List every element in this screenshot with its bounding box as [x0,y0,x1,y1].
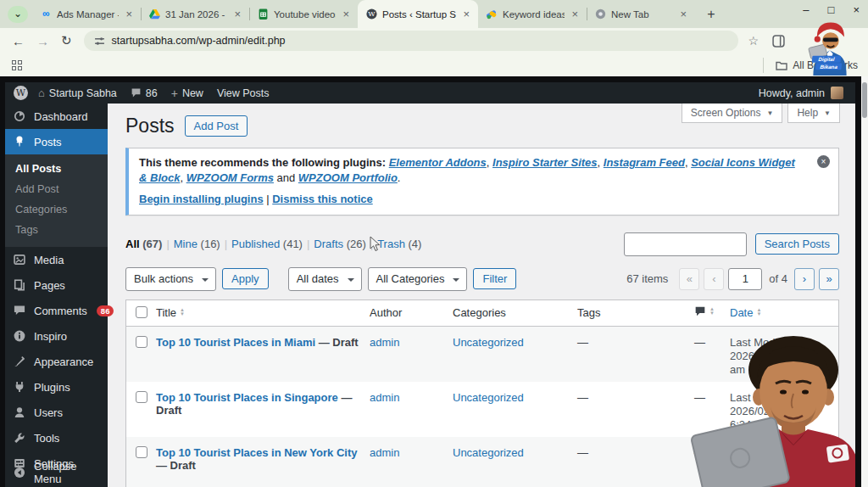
posts-table: Title▲▼ Author Categories Tags ▲▼ Date▲▼… [125,299,839,487]
row-checkbox[interactable] [136,446,147,458]
scrollbar-thumb[interactable] [862,82,867,118]
admin-bar-site-name[interactable]: ⌂ Startup Sabha [38,87,117,99]
all-categories-select[interactable]: All Categories [368,267,468,291]
post-title-link[interactable]: Top 10 Tourist Places in Singapore [156,391,338,404]
last-page-button[interactable]: » [819,268,839,290]
window-maximize-button[interactable]: □ [828,3,835,16]
total-pages-label: of 4 [769,272,787,285]
prev-page-button[interactable]: ‹ [704,268,724,290]
tab-search-button[interactable]: ⌄ [8,6,28,23]
browser-tab[interactable]: 31 Jan 2026 - Goo × [141,0,249,28]
view-filter-link[interactable]: All (67) [125,238,162,250]
howdy-text[interactable]: Howdy, admin [759,87,825,99]
window-minimize-button[interactable]: – [803,3,809,16]
notice-plugin-link[interactable]: Elementor Addons [389,156,487,169]
sort-title-header[interactable]: Title▲▼ [156,306,185,319]
site-info-icon[interactable] [94,36,105,47]
sidebar-item-appearance[interactable]: Appearance [5,349,108,374]
browser-tab[interactable]: New Tab × [587,0,695,28]
comments-count-badge: 86 [97,305,114,316]
apply-button[interactable]: Apply [222,268,269,289]
browser-tab[interactable]: Keyword ideas - M × [478,0,587,28]
tab-close-icon[interactable]: × [124,8,134,20]
add-post-button[interactable]: Add Post [185,115,248,137]
filter-button[interactable]: Filter [473,268,516,289]
sidebar-item-plugins[interactable]: Plugins [5,374,108,400]
category-link[interactable]: Uncategorized [453,446,524,459]
category-link[interactable]: Uncategorized [453,336,524,349]
sidebar-item-inspiro[interactable]: Inspiro [5,323,108,349]
back-button[interactable]: ← [12,34,25,48]
category-link[interactable]: Uncategorized [453,391,524,404]
address-bar[interactable]: startupsabha.com/wp-admin/edit.php [84,31,738,51]
search-posts-button[interactable]: Search Posts [755,233,839,255]
sidebar-item-tools[interactable]: Tools [5,425,108,451]
sidebar-item-comments[interactable]: Comments 86 [5,298,108,323]
notice-plugin-link[interactable]: Inspiro Starter Sites [492,156,598,169]
tab-favicon [149,8,160,20]
author-link[interactable]: admin [370,446,399,459]
bulk-actions-select[interactable]: Bulk actions [125,267,216,291]
browser-tab[interactable]: Youtube videos co × [249,0,358,28]
notice-plugin-link[interactable]: WPZOOM Portfolio [298,171,398,184]
help-button[interactable]: Help▼ [787,104,840,123]
all-dates-select[interactable]: All dates [288,267,362,291]
admin-bar-new[interactable]: + New [171,87,203,100]
window-close-button[interactable]: × [853,3,860,16]
menu-icon [13,431,26,445]
post-status-label: — Draft [156,459,196,472]
notice-action-dismiss[interactable]: Dismiss this notice [272,193,372,205]
sidebar-item-pages[interactable]: Pages [5,272,108,298]
sort-comments-header[interactable]: ▲▼ [694,306,715,316]
author-link[interactable]: admin [370,391,399,404]
tab-close-icon[interactable]: × [678,8,688,20]
submenu-item-add-post[interactable]: Add Post [5,179,108,199]
submenu-item-all-posts[interactable]: All Posts [5,159,108,179]
post-title-link[interactable]: Top 10 Tourist Places in Miami [156,336,315,349]
new-tab-button[interactable]: + [702,7,721,22]
view-filter-link[interactable]: Drafts (26) [314,238,365,250]
sidebar-item-posts[interactable]: Posts [5,129,108,154]
tab-close-icon[interactable]: × [232,8,242,20]
post-title-link[interactable]: Top 10 Tourist Places in New York City [156,446,357,459]
view-filter-link[interactable]: Trash (4) [377,238,421,250]
notice-plugin-link[interactable]: WPZOOM Forms [186,171,274,184]
tab-close-icon[interactable]: × [341,8,351,20]
row-checkbox[interactable] [136,391,147,403]
tab-favicon [258,8,269,20]
author-link[interactable]: admin [370,336,399,349]
sidebar-item-media[interactable]: Media [5,247,108,272]
submenu-item-categories[interactable]: Categories [5,199,108,220]
apps-grid-icon[interactable] [12,60,22,70]
view-filter-link[interactable]: Mine (16) [174,238,220,250]
browser-tab[interactable]: ∞ Ads Manager - Ma × [32,0,141,28]
view-filter-link[interactable]: Published (41) [231,238,303,250]
admin-bar-comments[interactable]: 86 [131,87,158,99]
side-panel-icon[interactable] [772,35,785,48]
notice-plugin-link[interactable]: Instagram Feed [604,156,685,169]
admin-bar-view-posts[interactable]: View Posts [217,87,270,99]
notice-action-install[interactable]: Begin installing plugins [139,193,264,205]
dismiss-notice-icon[interactable]: × [817,155,830,168]
row-checkbox[interactable] [136,336,147,348]
browser-tab[interactable]: W Posts ‹ Startup Sab × [358,0,478,28]
sort-date-header[interactable]: Date▲▼ [730,306,761,319]
first-page-button[interactable]: « [679,268,699,290]
avatar [831,87,843,99]
next-page-button[interactable]: › [794,268,815,290]
screen-options-button[interactable]: Screen Options▼ [682,104,783,123]
search-input[interactable] [624,232,747,256]
wordpress-logo-icon[interactable]: W [14,86,28,100]
reload-button[interactable]: ↻ [61,33,72,48]
bookmark-star-icon[interactable]: ☆ [748,34,760,48]
sidebar-collapse-menu[interactable]: Collapse Menu [5,454,108,487]
sidebar-item-dashboard[interactable]: Dashboard [5,104,108,129]
submenu-item-tags[interactable]: Tags [5,220,108,240]
select-all-checkbox[interactable] [136,306,147,318]
tab-close-icon[interactable]: × [461,8,471,20]
current-page-input[interactable] [728,268,762,290]
forward-button[interactable]: → [36,34,49,48]
tab-close-icon[interactable]: × [570,8,580,20]
sidebar-item-users[interactable]: Users [5,400,108,425]
page-scrollbar[interactable] [861,76,868,487]
